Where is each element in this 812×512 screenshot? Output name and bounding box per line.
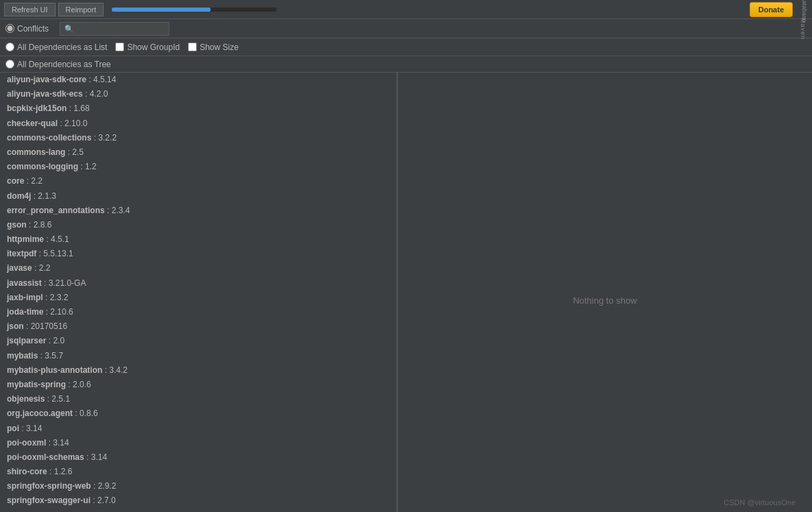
show-size-checkbox[interactable]	[188, 42, 197, 51]
all-deps-list-radio[interactable]	[5, 42, 14, 51]
all-deps-tree-radio[interactable]	[5, 60, 14, 69]
list-item[interactable]: gson : 2.8.6	[0, 218, 396, 232]
list-item[interactable]: objenesis : 2.5.1	[0, 392, 396, 406]
list-item[interactable]: javassist : 3.21.0-GA	[0, 276, 396, 291]
options-row-3: All Dependencies as Tree	[0, 56, 812, 73]
show-groupid-checkbox-label[interactable]: Show GroupId	[115, 42, 180, 52]
watermark: CSDN @virtuousOne	[724, 498, 796, 507]
list-item[interactable]: json : 20170516	[0, 319, 396, 334]
all-deps-list-radio-label[interactable]: All Dependencies as List	[5, 42, 107, 52]
list-item[interactable]: commons-collections : 3.2.2	[0, 131, 396, 145]
reimport-button[interactable]: Reimport	[58, 3, 104, 16]
list-item[interactable]: springfox-swagger-ui : 2.7.0	[0, 493, 396, 508]
all-deps-tree-radio-label[interactable]: All Dependencies as Tree	[5, 60, 111, 69]
list-item[interactable]: springfox-swagger2 : 2.9.2	[0, 509, 396, 512]
dependency-list: aliyun-java-sdk-core : 4.5.14aliyun-java…	[0, 73, 398, 512]
list-item[interactable]: commons-lang : 2.5	[0, 145, 396, 160]
list-item[interactable]: jsqlparser : 2.0	[0, 334, 396, 348]
right-panel: Nothing to show	[398, 73, 812, 512]
list-item[interactable]: mybatis : 3.5.7	[0, 349, 396, 363]
list-item[interactable]: shiro-core : 1.2.6	[0, 465, 396, 479]
list-item[interactable]: poi-ooxml-schemas : 3.14	[0, 450, 396, 465]
conflicts-radio-label[interactable]: Conflicts	[5, 24, 49, 34]
maven-side-label: Maven	[800, 18, 807, 40]
list-item[interactable]: aliyun-java-sdk-core : 4.5.14	[0, 73, 396, 87]
list-item[interactable]: checker-qual : 2.10.0	[0, 117, 396, 131]
toolbar: Refresh UI Reimport Donate Database	[0, 0, 812, 19]
list-item[interactable]: itextpdf : 5.5.13.1	[0, 247, 396, 261]
list-item[interactable]: javase : 2.2	[0, 261, 396, 276]
search-input[interactable]	[60, 22, 169, 36]
conflicts-radio[interactable]	[5, 24, 14, 33]
list-item[interactable]: aliyun-java-sdk-ecs : 4.2.0	[0, 87, 396, 101]
list-item[interactable]: bcpkix-jdk15on : 1.68	[0, 101, 396, 116]
empty-text: Nothing to show	[573, 295, 636, 306]
options-row-1: Conflicts Maven	[0, 19, 812, 38]
list-item[interactable]: poi : 3.14	[0, 422, 396, 436]
show-groupid-checkbox[interactable]	[115, 42, 124, 51]
list-item[interactable]: joda-time : 2.10.6	[0, 305, 396, 319]
list-item[interactable]: mybatis-plus-annotation : 3.4.2	[0, 363, 396, 378]
show-size-label: Show Size	[200, 42, 239, 52]
all-deps-tree-label: All Dependencies as Tree	[17, 60, 111, 69]
options-row-2: All Dependencies as List Show GroupId Sh…	[0, 38, 812, 56]
list-item[interactable]: poi-ooxml : 3.14	[0, 436, 396, 450]
list-item[interactable]: dom4j : 2.1.3	[0, 189, 396, 204]
show-groupid-label: Show GroupId	[127, 42, 180, 52]
list-item[interactable]: httpmime : 4.5.1	[0, 232, 396, 247]
list-item[interactable]: jaxb-impl : 2.3.2	[0, 291, 396, 305]
list-item[interactable]: org.jacoco.agent : 0.8.6	[0, 406, 396, 421]
main-content: aliyun-java-sdk-core : 4.5.14aliyun-java…	[0, 73, 812, 512]
list-item[interactable]: error_prone_annotations : 2.3.4	[0, 204, 396, 218]
all-deps-list-label: All Dependencies as List	[17, 42, 107, 52]
list-item[interactable]: springfox-spring-web : 2.9.2	[0, 479, 396, 493]
donate-button[interactable]: Donate	[750, 2, 793, 17]
list-item[interactable]: core : 2.2	[0, 174, 396, 188]
refresh-button[interactable]: Refresh UI	[4, 3, 56, 16]
list-item[interactable]: mybatis-spring : 2.0.6	[0, 378, 396, 392]
show-size-checkbox-label[interactable]: Show Size	[188, 42, 239, 52]
conflicts-label: Conflicts	[17, 24, 49, 34]
list-item[interactable]: commons-logging : 1.2	[0, 160, 396, 174]
